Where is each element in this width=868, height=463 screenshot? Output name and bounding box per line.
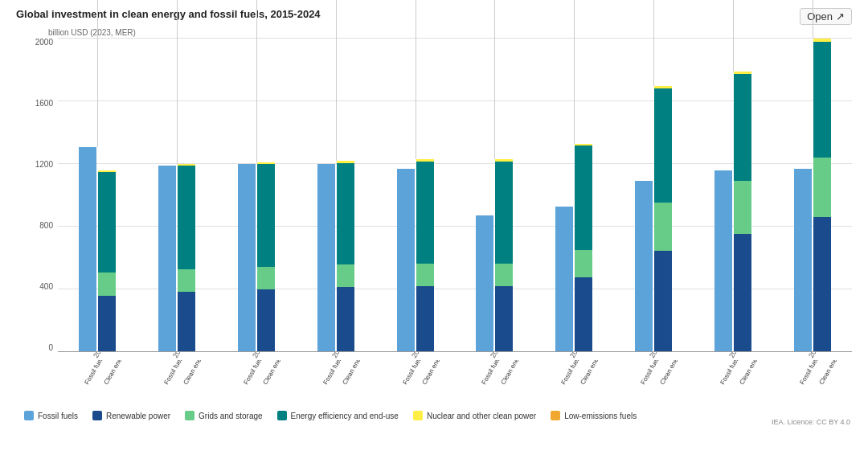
bar-label-group: Fossil fuelsClean energy [693,360,772,404]
clean-bar [575,144,592,352]
bar-label-group: Fossil fuelsClean energy [296,360,375,404]
legend-swatch [413,411,423,420]
bar-x-label: Fossil fuels [719,367,734,386]
legend-label: Fossil fuels [38,412,78,420]
bar-x-label: Clean energy [261,367,276,386]
fossil-bar [635,181,653,352]
year-group [693,72,772,352]
clean-segment [98,172,116,272]
fossil-segment [476,215,493,352]
fossil-segment [555,207,573,352]
bar-x-label: Fossil fuels [401,367,416,386]
fossil-segment [317,164,335,352]
y-tick: 1600 [35,100,53,108]
clean-segment [416,286,434,352]
clean-bar [98,170,116,352]
clean-segment [257,289,275,352]
legend-label: Low-emissions fuels [564,412,637,420]
clean-segment [98,296,116,352]
legend-swatch [277,411,287,420]
clean-bar [734,72,751,352]
y-tick: 0 [48,344,53,352]
fossil-bar [238,164,256,352]
bar-x-label: Clean energy [817,367,833,386]
bar-x-label: Fossil fuels [560,367,575,386]
clean-segment [734,234,751,352]
chart-area: 0400800120016002000 [24,39,852,352]
bar-label-group: Fossil fuelsClean energy [455,360,534,404]
clean-segment [654,251,672,352]
clean-bar [337,161,354,352]
bar-x-label: Clean energy [420,367,436,386]
open-button[interactable]: Open ↗ [800,8,852,25]
clean-segment [495,162,513,264]
legend-item: Grids and storage [185,411,263,420]
bar-x-label: Fossil fuels [321,367,337,386]
y-axis-label: billion USD (2023, MER) [48,28,852,37]
legend-swatch [551,411,560,420]
chart-title: Global investment in clean energy and fo… [16,8,321,20]
fossil-bar [317,164,335,352]
year-group [137,164,217,352]
clean-bar [416,159,434,352]
year-group [614,86,694,352]
clean-segment [575,277,592,352]
year-label: 2021 [568,352,584,359]
fossil-bar [476,215,493,352]
clean-segment [416,162,434,264]
clean-segment [734,74,751,181]
fossil-bar [555,207,573,352]
year-group [772,39,852,352]
clean-segment [575,145,592,250]
fossil-bar [794,169,812,352]
year-group [296,161,375,352]
year-label: 2015 [92,352,108,359]
legend-item: Nuclear and other clean power [413,411,536,420]
legend-swatch [92,411,102,420]
bar-x-label: Clean energy [658,367,674,386]
fossil-bar [158,166,176,352]
year-group [375,159,455,352]
fossil-segment [238,164,256,352]
fossil-segment [397,169,415,352]
clean-segment [178,292,195,352]
clean-segment [257,267,275,289]
year-label: 2017 [251,352,267,359]
bar-label-group: Fossil fuelsClean energy [217,360,297,404]
bar-label-group: Fossil fuelsClean energy [58,360,137,404]
bar-x-label: Clean energy [738,367,753,386]
open-icon: ↗ [836,10,845,23]
clean-segment [575,250,592,277]
fossil-segment [794,169,812,352]
legend-item: Low-emissions fuels [551,411,637,420]
clean-segment [416,264,434,287]
credit-text: IEA. Licence: CC BY 4.0 [772,418,850,426]
open-label: Open [807,10,833,23]
y-tick: 1200 [35,161,53,169]
clean-segment [495,264,513,287]
year-label: 2022 [648,352,664,359]
header-row: Global investment in clean energy and fo… [16,8,852,25]
bar-label-group: Fossil fuelsClean energy [534,360,614,404]
chart-container: Global investment in clean energy and fo… [0,0,868,463]
fossil-segment [714,170,732,352]
clean-segment [654,203,672,251]
bar-x-label: Clean energy [103,367,118,386]
bar-x-label: Fossil fuels [163,367,178,386]
legend-label: Renewable power [106,412,170,420]
clean-segment [98,272,116,296]
year-group [534,144,614,352]
year-label: 2020 [489,352,505,359]
year-group [455,159,534,352]
legend-label: Energy efficiency and end-use [291,412,399,420]
bar-label-group: Fossil fuelsClean energy [375,360,455,404]
clean-segment [495,286,513,352]
clean-bar [257,162,275,352]
clean-segment [813,217,831,352]
bar-x-label: Fossil fuels [84,367,99,386]
clean-segment [813,42,831,158]
bar-x-label: Clean energy [182,367,198,386]
legend-label: Nuclear and other clean power [427,412,536,420]
year-label: 2016 [171,352,187,359]
bar-label-group: Fossil fuelsClean energy [137,360,217,404]
